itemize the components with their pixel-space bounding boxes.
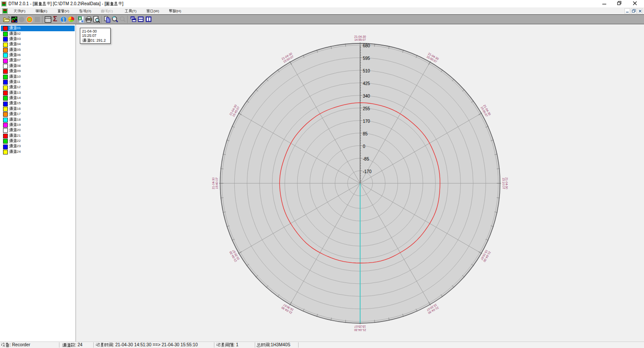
svg-text:-170: -170 bbox=[363, 169, 371, 174]
svg-text:680: 680 bbox=[363, 43, 370, 48]
svg-text:340: 340 bbox=[363, 94, 370, 98]
svg-text:0: 0 bbox=[363, 144, 365, 149]
svg-text:170: 170 bbox=[363, 119, 370, 124]
svg-text:21-04-30: 21-04-30 bbox=[212, 177, 215, 189]
svg-text:21-04-30: 21-04-30 bbox=[505, 177, 508, 189]
svg-text:425: 425 bbox=[363, 81, 370, 86]
svg-text:510: 510 bbox=[363, 69, 370, 73]
svg-text:14:55:07: 14:55:07 bbox=[355, 38, 366, 41]
svg-text:15:25:07: 15:25:07 bbox=[354, 325, 366, 328]
svg-text:85: 85 bbox=[363, 131, 368, 136]
svg-text:21-04-30: 21-04-30 bbox=[354, 35, 366, 38]
svg-text:21-04-30: 21-04-30 bbox=[354, 328, 366, 332]
svg-text:-85: -85 bbox=[363, 157, 369, 161]
svg-text:15:40:07: 15:40:07 bbox=[215, 177, 218, 189]
svg-text:15:10:07: 15:10:07 bbox=[502, 177, 505, 189]
svg-text:255: 255 bbox=[363, 106, 370, 111]
svg-text:595: 595 bbox=[363, 56, 370, 61]
